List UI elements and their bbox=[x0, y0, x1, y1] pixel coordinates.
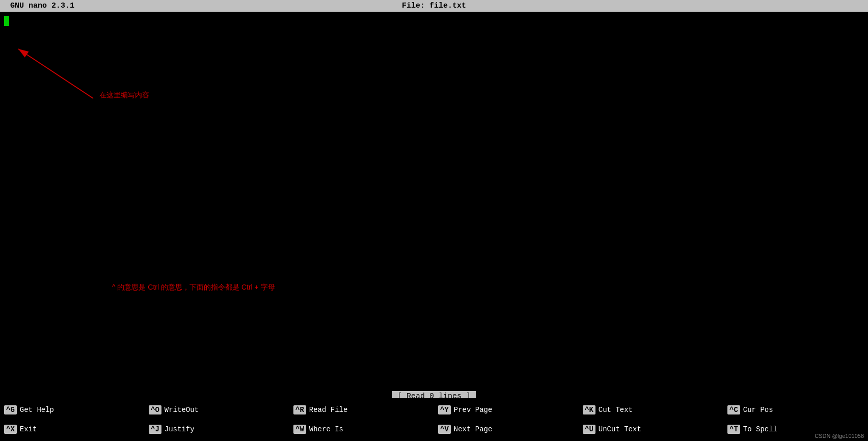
shortcut-label: Get Help bbox=[20, 406, 54, 414]
shortcut-label: Prev Page bbox=[454, 406, 493, 414]
shortcut-key: ^K bbox=[583, 405, 595, 414]
shortcut-item[interactable]: ^YPrev Page bbox=[434, 400, 579, 420]
shortcut-item[interactable]: ^GGet Help bbox=[0, 400, 145, 420]
shortcut-item[interactable]: ^WWhere Is bbox=[289, 420, 434, 439]
shortcut-key: ^O bbox=[149, 405, 161, 414]
title-bar: GNU nano 2.3.1 File: file.txt bbox=[0, 0, 868, 12]
shortcut-label: Read File bbox=[309, 406, 348, 414]
shortcut-key: ^T bbox=[727, 425, 740, 434]
watermark: CSDN @lge101058 bbox=[815, 433, 864, 439]
shortcut-item[interactable]: ^XExit bbox=[0, 420, 145, 439]
shortcut-bar: ^GGet Help^OWriteOut^RRead File^YPrev Pa… bbox=[0, 398, 868, 441]
shortcut-label: Justify bbox=[165, 425, 195, 433]
shortcut-item[interactable]: ^VNext Page bbox=[434, 420, 579, 439]
editor-area[interactable]: 在这里编写内容 ^ 的意思是 Ctrl 的意思，下面的指令都是 Ctrl + 字… bbox=[0, 12, 868, 381]
annotation-arrow bbox=[9, 40, 111, 106]
shortcut-key: ^J bbox=[149, 425, 161, 434]
file-title: File: file.txt bbox=[402, 2, 466, 10]
shortcut-label: Where Is bbox=[309, 425, 343, 433]
shortcut-label: Cut Text bbox=[599, 406, 633, 414]
shortcut-item[interactable]: ^KCut Text bbox=[579, 400, 723, 420]
shortcut-key: ^C bbox=[727, 405, 740, 414]
shortcut-item[interactable]: ^RRead File bbox=[289, 400, 434, 420]
shortcut-label: Exit bbox=[20, 425, 37, 433]
shortcut-item[interactable]: ^JJustify bbox=[145, 420, 289, 439]
ctrl-hint-text: ^ 的意思是 Ctrl 的意思，下面的指令都是 Ctrl + 字母 bbox=[112, 283, 275, 292]
app-title: GNU nano 2.3.1 bbox=[10, 2, 74, 10]
shortcut-key: ^X bbox=[4, 425, 17, 434]
shortcut-label: To Spell bbox=[743, 425, 777, 433]
shortcut-label: WriteOut bbox=[165, 406, 199, 414]
shortcut-label: UnCut Text bbox=[599, 425, 641, 433]
shortcut-key: ^G bbox=[4, 405, 17, 414]
shortcut-key: ^U bbox=[583, 425, 595, 434]
annotation-text: 在这里编写内容 bbox=[99, 91, 149, 100]
shortcut-key: ^R bbox=[293, 405, 306, 414]
shortcut-item[interactable]: ^CCur Pos bbox=[723, 400, 868, 420]
shortcut-key: ^W bbox=[293, 425, 306, 434]
shortcut-label: Next Page bbox=[454, 425, 493, 433]
shortcut-key: ^Y bbox=[438, 405, 451, 414]
svg-line-1 bbox=[18, 49, 93, 98]
text-cursor bbox=[4, 16, 9, 26]
shortcut-item[interactable]: ^OWriteOut bbox=[145, 400, 289, 420]
shortcut-key: ^V bbox=[438, 425, 451, 434]
shortcut-item[interactable]: ^UUnCut Text bbox=[579, 420, 723, 439]
shortcut-label: Cur Pos bbox=[743, 406, 773, 414]
